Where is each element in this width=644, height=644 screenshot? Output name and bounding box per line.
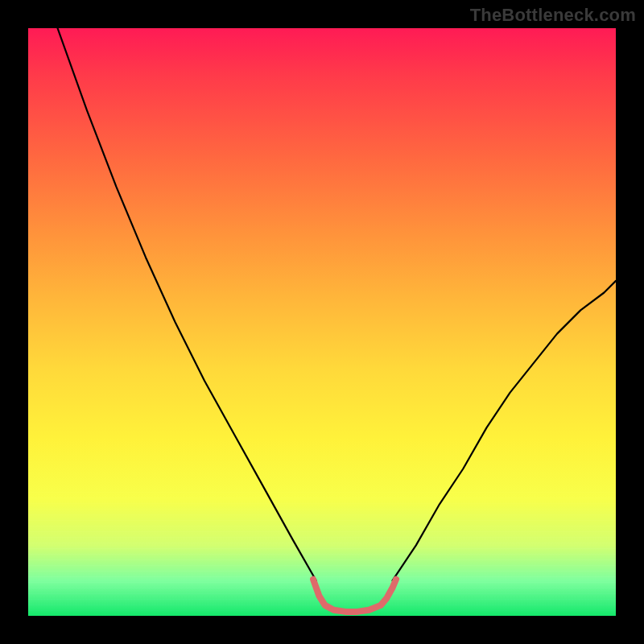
curve-canvas [28,28,616,616]
watermark-text: TheBottleneck.com [470,5,636,26]
series-group [58,28,617,612]
series-red-notch-bottom [313,580,396,612]
series-black-curve-left [58,28,316,580]
plot-area [28,28,616,616]
series-black-curve-right [393,281,616,580]
chart-stage: TheBottleneck.com [0,0,644,644]
